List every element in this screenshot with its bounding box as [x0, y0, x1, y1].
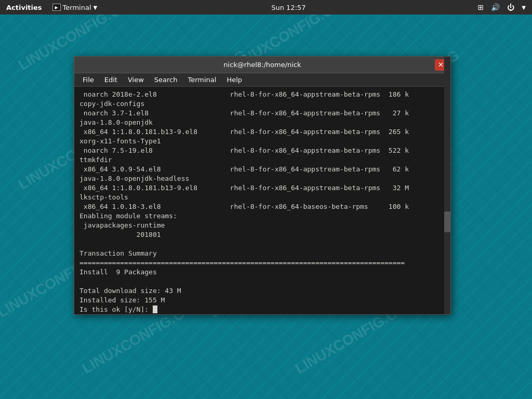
topbar-clock: Sun 12:57: [271, 4, 305, 11]
menu-item-file[interactable]: File: [78, 75, 98, 85]
topbar-right: ⊞ 🔊 ⏻ ▼: [476, 2, 532, 12]
terminal-body: noarch 2018e-2.el8 rhel-8-for-x86_64-app…: [74, 87, 450, 314]
topbar-left: Activities ▶ Terminal ▼: [0, 4, 101, 11]
topbar: Activities ▶ Terminal ▼ Sun 12:57 ⊞ 🔊 ⏻ …: [0, 0, 532, 15]
activities-button[interactable]: Activities: [0, 4, 48, 11]
menu-bar: FileEditViewSearchTerminalHelp: [74, 73, 450, 87]
terminal-output[interactable]: noarch 2018e-2.el8 rhel-8-for-x86_64-app…: [74, 87, 450, 314]
terminal-app-button[interactable]: ▶ Terminal ▼: [48, 4, 102, 11]
terminal-cursor: [153, 305, 157, 313]
menu-item-edit[interactable]: Edit: [100, 75, 122, 85]
window-title: nick@rhel8:/home/nick: [223, 61, 301, 69]
title-bar: nick@rhel8:/home/nick ✕: [74, 57, 450, 73]
menu-item-help[interactable]: Help: [222, 75, 246, 85]
menu-item-search[interactable]: Search: [150, 75, 182, 85]
network-icon[interactable]: ⊞: [476, 2, 486, 12]
menu-item-terminal[interactable]: Terminal: [183, 75, 220, 85]
power-icon[interactable]: ⏻: [505, 2, 516, 12]
terminal-app-label: Terminal: [63, 4, 91, 11]
menu-item-view[interactable]: View: [124, 75, 148, 85]
volume-icon[interactable]: 🔊: [489, 2, 502, 12]
terminal-dropdown-icon[interactable]: ▼: [94, 5, 98, 10]
scrollbar[interactable]: [444, 87, 450, 314]
terminal-window: nick@rhel8:/home/nick ✕ FileEditViewSear…: [74, 56, 451, 315]
power-dropdown-icon[interactable]: ▼: [520, 4, 528, 11]
scrollbar-thumb[interactable]: [444, 211, 450, 232]
terminal-app-icon: ▶: [52, 4, 61, 11]
